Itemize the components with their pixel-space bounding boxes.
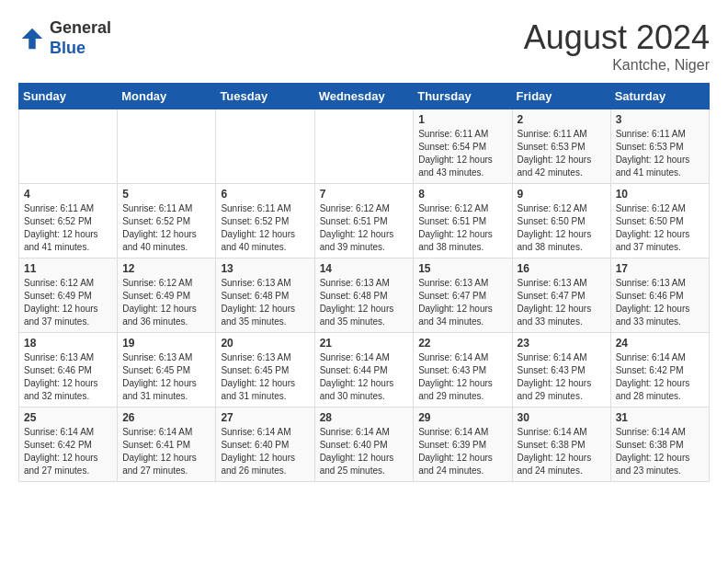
calendar-cell: 31Sunrise: 6:14 AM Sunset: 6:38 PM Dayli…: [610, 408, 709, 482]
day-number: 10: [616, 188, 704, 201]
weekday-header: Monday: [118, 84, 216, 109]
day-info: Sunrise: 6:14 AM Sunset: 6:44 PM Dayligh…: [320, 351, 409, 403]
day-info: Sunrise: 6:14 AM Sunset: 6:43 PM Dayligh…: [418, 351, 506, 403]
weekday-header-row: SundayMondayTuesdayWednesdayThursdayFrid…: [19, 84, 710, 109]
day-number: 17: [616, 262, 704, 275]
day-info: Sunrise: 6:12 AM Sunset: 6:50 PM Dayligh…: [518, 202, 606, 254]
day-info: Sunrise: 6:14 AM Sunset: 6:41 PM Dayligh…: [122, 426, 210, 477]
logo-text: General Blue: [50, 18, 111, 58]
day-number: 2: [518, 113, 606, 126]
day-info: Sunrise: 6:14 AM Sunset: 6:40 PM Dayligh…: [320, 426, 409, 477]
calendar-week-row: 4Sunrise: 6:11 AM Sunset: 6:52 PM Daylig…: [19, 184, 710, 259]
calendar-cell: 16Sunrise: 6:13 AM Sunset: 6:47 PM Dayli…: [512, 259, 610, 333]
day-number: 28: [320, 411, 409, 424]
title-section: August 2024 Kantche, Niger: [524, 18, 710, 74]
day-number: 5: [122, 188, 210, 201]
calendar-cell: 24Sunrise: 6:14 AM Sunset: 6:42 PM Dayli…: [610, 333, 709, 408]
calendar-week-row: 25Sunrise: 6:14 AM Sunset: 6:42 PM Dayli…: [19, 408, 710, 482]
logo-general: General: [50, 18, 111, 39]
day-number: 8: [418, 188, 506, 201]
calendar-cell: 29Sunrise: 6:14 AM Sunset: 6:39 PM Dayli…: [414, 408, 512, 482]
calendar-cell: 5Sunrise: 6:11 AM Sunset: 6:52 PM Daylig…: [118, 184, 216, 259]
calendar-cell: 21Sunrise: 6:14 AM Sunset: 6:44 PM Dayli…: [314, 333, 414, 408]
calendar-cell: 18Sunrise: 6:13 AM Sunset: 6:46 PM Dayli…: [19, 333, 118, 408]
day-info: Sunrise: 6:14 AM Sunset: 6:43 PM Dayligh…: [518, 351, 606, 403]
day-info: Sunrise: 6:11 AM Sunset: 6:52 PM Dayligh…: [24, 202, 112, 254]
day-info: Sunrise: 6:13 AM Sunset: 6:45 PM Dayligh…: [122, 351, 210, 403]
day-info: Sunrise: 6:11 AM Sunset: 6:52 PM Dayligh…: [122, 202, 210, 254]
day-info: Sunrise: 6:12 AM Sunset: 6:51 PM Dayligh…: [418, 202, 506, 254]
calendar-cell: [118, 109, 216, 184]
day-number: 21: [320, 337, 409, 350]
day-number: 15: [418, 262, 506, 275]
calendar-cell: 15Sunrise: 6:13 AM Sunset: 6:47 PM Dayli…: [414, 259, 512, 333]
day-info: Sunrise: 6:14 AM Sunset: 6:39 PM Dayligh…: [418, 426, 506, 477]
calendar-cell: 12Sunrise: 6:12 AM Sunset: 6:49 PM Dayli…: [118, 259, 216, 333]
calendar-cell: 25Sunrise: 6:14 AM Sunset: 6:42 PM Dayli…: [19, 408, 118, 482]
day-number: 30: [518, 411, 606, 424]
calendar-cell: 17Sunrise: 6:13 AM Sunset: 6:46 PM Dayli…: [610, 259, 709, 333]
day-info: Sunrise: 6:12 AM Sunset: 6:50 PM Dayligh…: [616, 202, 704, 254]
calendar-table: SundayMondayTuesdayWednesdayThursdayFrid…: [18, 83, 710, 482]
calendar-week-row: 1Sunrise: 6:11 AM Sunset: 6:54 PM Daylig…: [19, 109, 710, 184]
day-number: 4: [24, 188, 112, 201]
page-header: General Blue August 2024 Kantche, Niger: [18, 18, 710, 74]
day-info: Sunrise: 6:11 AM Sunset: 6:52 PM Dayligh…: [221, 202, 309, 254]
day-number: 14: [320, 262, 409, 275]
day-number: 11: [24, 262, 112, 275]
day-info: Sunrise: 6:14 AM Sunset: 6:40 PM Dayligh…: [221, 426, 309, 477]
calendar-cell: 14Sunrise: 6:13 AM Sunset: 6:48 PM Dayli…: [314, 259, 414, 333]
day-number: 9: [518, 188, 606, 201]
calendar-cell: 8Sunrise: 6:12 AM Sunset: 6:51 PM Daylig…: [414, 184, 512, 259]
calendar-cell: 2Sunrise: 6:11 AM Sunset: 6:53 PM Daylig…: [512, 109, 610, 184]
calendar-cell: 11Sunrise: 6:12 AM Sunset: 6:49 PM Dayli…: [19, 259, 118, 333]
day-number: 18: [24, 337, 112, 350]
day-info: Sunrise: 6:13 AM Sunset: 6:46 PM Dayligh…: [24, 351, 112, 403]
weekday-header: Tuesday: [216, 84, 314, 109]
weekday-header: Saturday: [610, 84, 709, 109]
calendar-cell: 22Sunrise: 6:14 AM Sunset: 6:43 PM Dayli…: [414, 333, 512, 408]
day-number: 3: [616, 113, 704, 126]
day-number: 23: [518, 337, 606, 350]
calendar-cell: 1Sunrise: 6:11 AM Sunset: 6:54 PM Daylig…: [414, 109, 512, 184]
day-info: Sunrise: 6:13 AM Sunset: 6:45 PM Dayligh…: [221, 351, 309, 403]
calendar-cell: [314, 109, 414, 184]
calendar-cell: 3Sunrise: 6:11 AM Sunset: 6:53 PM Daylig…: [610, 109, 709, 184]
calendar-week-row: 18Sunrise: 6:13 AM Sunset: 6:46 PM Dayli…: [19, 333, 710, 408]
day-number: 27: [221, 411, 309, 424]
day-number: 6: [221, 188, 309, 201]
svg-marker-0: [22, 28, 43, 49]
calendar-cell: [19, 109, 118, 184]
month-year: August 2024: [524, 18, 710, 57]
day-number: 19: [122, 337, 210, 350]
calendar-cell: 4Sunrise: 6:11 AM Sunset: 6:52 PM Daylig…: [19, 184, 118, 259]
weekday-header: Wednesday: [314, 84, 414, 109]
weekday-header: Thursday: [414, 84, 512, 109]
day-number: 7: [320, 188, 409, 201]
weekday-header: Sunday: [19, 84, 118, 109]
day-info: Sunrise: 6:13 AM Sunset: 6:47 PM Dayligh…: [518, 277, 606, 328]
logo: General Blue: [18, 18, 111, 58]
day-info: Sunrise: 6:12 AM Sunset: 6:51 PM Dayligh…: [320, 202, 409, 254]
day-info: Sunrise: 6:14 AM Sunset: 6:42 PM Dayligh…: [616, 351, 704, 403]
day-info: Sunrise: 6:11 AM Sunset: 6:53 PM Dayligh…: [518, 128, 606, 179]
day-info: Sunrise: 6:14 AM Sunset: 6:38 PM Dayligh…: [616, 426, 704, 477]
calendar-cell: 6Sunrise: 6:11 AM Sunset: 6:52 PM Daylig…: [216, 184, 314, 259]
calendar-cell: 28Sunrise: 6:14 AM Sunset: 6:40 PM Dayli…: [314, 408, 414, 482]
day-number: 29: [418, 411, 506, 424]
calendar-week-row: 11Sunrise: 6:12 AM Sunset: 6:49 PM Dayli…: [19, 259, 710, 333]
day-number: 13: [221, 262, 309, 275]
calendar-cell: 20Sunrise: 6:13 AM Sunset: 6:45 PM Dayli…: [216, 333, 314, 408]
calendar-cell: 9Sunrise: 6:12 AM Sunset: 6:50 PM Daylig…: [512, 184, 610, 259]
calendar-cell: 30Sunrise: 6:14 AM Sunset: 6:38 PM Dayli…: [512, 408, 610, 482]
day-info: Sunrise: 6:13 AM Sunset: 6:48 PM Dayligh…: [221, 277, 309, 328]
day-info: Sunrise: 6:13 AM Sunset: 6:48 PM Dayligh…: [320, 277, 409, 328]
calendar-cell: 13Sunrise: 6:13 AM Sunset: 6:48 PM Dayli…: [216, 259, 314, 333]
day-number: 16: [518, 262, 606, 275]
day-number: 20: [221, 337, 309, 350]
calendar-cell: 10Sunrise: 6:12 AM Sunset: 6:50 PM Dayli…: [610, 184, 709, 259]
day-number: 26: [122, 411, 210, 424]
day-info: Sunrise: 6:11 AM Sunset: 6:54 PM Dayligh…: [418, 128, 506, 179]
day-number: 12: [122, 262, 210, 275]
calendar-cell: [216, 109, 314, 184]
